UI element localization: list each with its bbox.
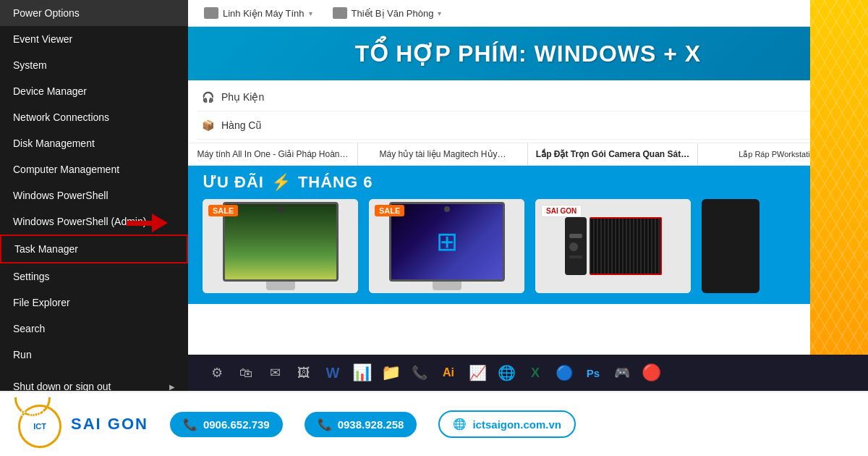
mini-pc-wrapper — [565, 217, 662, 275]
menu-item-power-options[interactable]: Power Options — [0, 0, 188, 26]
main-content: Linh Kiện Máy Tính ▾ Thiết Bị Văn Phòng … — [188, 0, 868, 391]
arrow-shaft — [127, 221, 152, 226]
menu-label-desktop: Desktop — [13, 407, 50, 418]
thiet-bi-label: Thiết Bị Văn Phòng — [352, 8, 434, 19]
phone-icon-2: 📞 — [318, 418, 332, 431]
menu-label-network-connections: Network Connections — [13, 111, 109, 123]
taskbar-icon-misc1[interactable]: 🎮 — [609, 360, 635, 386]
phu-kien-icon: 🎧 — [200, 89, 216, 105]
menu-item-event-viewer[interactable]: Event Viewer — [0, 26, 188, 52]
promo-title: ƯU ĐÃI — [203, 173, 264, 192]
lightning-icon: ⚡ — [271, 173, 291, 192]
category-hang-cu-left: 📦 Hàng Cũ — [200, 117, 261, 133]
sale-badge-1: SALE — [208, 205, 238, 216]
product-nav-huy[interactable]: Máy hủy tài liệu Magitech Hủy… — [358, 143, 528, 165]
taskbar-icon-green[interactable]: 📈 — [464, 360, 490, 386]
monitor-win11-camera — [444, 206, 450, 212]
taskbar-icon-red[interactable]: 🔴 — [638, 360, 664, 386]
menu-item-task-manager[interactable]: Task Manager — [0, 235, 188, 263]
product-nav-aio[interactable]: Máy tính All In One - Giải Pháp Hoàn… — [188, 143, 358, 165]
category-phu-kien[interactable]: 🎧 Phụ Kiện ▾ — [197, 83, 859, 111]
promo-section: ƯU ĐÃI ⚡ THÁNG 6 — [188, 166, 868, 199]
menu-item-desktop[interactable]: Desktop — [0, 400, 188, 426]
menu-label-shut-down: Shut down or sign out — [13, 381, 111, 392]
product-nav-camera[interactable]: Lắp Đặt Trọn Gói Camera Quan Sát… — [528, 143, 698, 165]
banner-text: TỔ HỢP PHÍM: WINDOWS + X — [203, 40, 854, 67]
partial-device — [709, 210, 752, 282]
phone-number-2: 0938.928.258 — [338, 418, 404, 431]
phone-number-1: 0906.652.739 — [203, 418, 270, 431]
promo-container: ƯU ĐÃI ⚡ THÁNG 6 SALE SALE — [188, 166, 868, 304]
product-card-4-partial[interactable] — [702, 199, 760, 293]
product-cards: SALE SALE ⊞ — [188, 199, 868, 304]
website-btn[interactable]: 🌐 ictsaigon.com.vn — [438, 410, 576, 438]
product-card-3[interactable]: SAI GON — [535, 199, 691, 293]
monitor-stand — [266, 282, 295, 290]
category-phu-kien-left: 🎧 Phụ Kiện — [200, 89, 264, 105]
taskbar-icon-chrome[interactable]: 🔵 — [551, 360, 577, 386]
menu-item-disk-management[interactable]: Disk Management — [0, 130, 188, 156]
menu-item-windows-powershell[interactable]: Windows PowerShell — [0, 182, 188, 208]
taskbar-icon-store[interactable]: 🛍 — [233, 360, 259, 386]
product-card-2[interactable]: SALE ⊞ — [369, 199, 524, 293]
menu-label-event-viewer: Event Viewer — [13, 33, 72, 45]
hex-pattern — [810, 0, 868, 391]
menu-item-file-explorer[interactable]: File Explorer — [0, 290, 188, 316]
menu-label-power-options: Power Options — [13, 7, 80, 19]
product-card-1[interactable]: SALE — [203, 199, 358, 293]
mini-pc-slot — [569, 256, 582, 258]
top-nav: Linh Kiện Máy Tính ▾ Thiết Bị Văn Phòng … — [188, 0, 868, 27]
partial-img — [702, 199, 760, 293]
menu-label-task-manager: Task Manager — [14, 243, 78, 255]
taskbar-icon-phone[interactable]: 📞 — [407, 360, 433, 386]
hang-cu-label: Hàng Cũ — [221, 119, 261, 131]
menu-label-windows-powershell: Windows PowerShell — [13, 190, 109, 201]
category-hang-cu[interactable]: 📦 Hàng Cũ ▾ — [197, 111, 859, 140]
monitor-win11-screen: ⊞ — [389, 202, 505, 282]
mini-pc-power-btn — [569, 242, 578, 251]
globe-icon: 🌐 — [453, 418, 467, 431]
menu-item-settings[interactable]: Settings — [0, 263, 188, 290]
menu-item-system[interactable]: System — [0, 52, 188, 78]
menu-label-system: System — [13, 59, 47, 71]
promo-subtitle: THÁNG 6 — [298, 173, 373, 192]
taskbar-icon-sheets[interactable]: 📊 — [349, 360, 375, 386]
categories-row: 🎧 Phụ Kiện ▾ 📦 Hàng Cũ ▾ — [188, 80, 868, 143]
mini-pc-btn-1 — [569, 234, 582, 238]
taskbar-icon-explorer[interactable]: 📁 — [378, 360, 404, 386]
taskbar-icon-photos[interactable]: 🖼 — [291, 360, 317, 386]
menu-item-shut-down[interactable]: Shut down or sign out — [0, 373, 188, 400]
monitor-aio-screen — [223, 202, 339, 282]
menu-item-network-connections[interactable]: Network Connections — [0, 104, 188, 130]
thiet-bi-icon — [333, 7, 347, 19]
menu-item-run[interactable]: Run — [0, 342, 188, 368]
products-nav-bar: Máy tính All In One - Giải Pháp Hoàn… Má… — [188, 143, 868, 166]
menu-label-computer-management: Computer Management — [13, 164, 119, 175]
menu-label-settings: Settings — [13, 271, 50, 282]
menu-label-device-manager: Device Manager — [13, 85, 87, 97]
task-manager-arrow — [127, 214, 168, 232]
taskbar-icon-mail[interactable]: ✉ — [262, 360, 288, 386]
menu-item-search[interactable]: Search — [0, 316, 188, 342]
right-decoration — [810, 0, 868, 391]
arrow-head — [152, 214, 168, 232]
linh-kien-label: Linh Kiện Máy Tính — [223, 8, 305, 19]
product-nav-huy-label: Máy hủy tài liệu Magitech Hủy… — [379, 149, 506, 159]
monitor-win11-wrapper: ⊞ — [389, 202, 505, 290]
windows-logo: ⊞ — [436, 227, 458, 257]
menu-item-device-manager[interactable]: Device Manager — [0, 78, 188, 104]
taskbar-icon-illustrator[interactable]: Ai — [435, 360, 461, 386]
blue-banner: TỔ HỢP PHÍM: WINDOWS + X — [188, 27, 868, 80]
saigon-badge-3: SAI GON — [541, 205, 582, 217]
taskbar-icon-photoshop[interactable]: Ps — [580, 360, 606, 386]
linh-kien-icon — [204, 7, 218, 19]
nav-linh-kien[interactable]: Linh Kiện Máy Tính ▾ — [197, 3, 320, 23]
taskbar-icon-settings[interactable]: ⚙ — [204, 360, 230, 386]
nav-thiet-bi[interactable]: Thiết Bị Văn Phòng ▾ — [326, 3, 449, 23]
menu-item-computer-management[interactable]: Computer Management — [0, 156, 188, 182]
mini-pc-mesh — [590, 217, 662, 275]
taskbar-icon-edge[interactable]: 🌐 — [493, 360, 519, 386]
contact-btn-2[interactable]: 📞 0938.928.258 — [305, 412, 417, 437]
taskbar-icon-excel[interactable]: X — [522, 360, 548, 386]
taskbar-icon-word[interactable]: W — [320, 360, 346, 386]
